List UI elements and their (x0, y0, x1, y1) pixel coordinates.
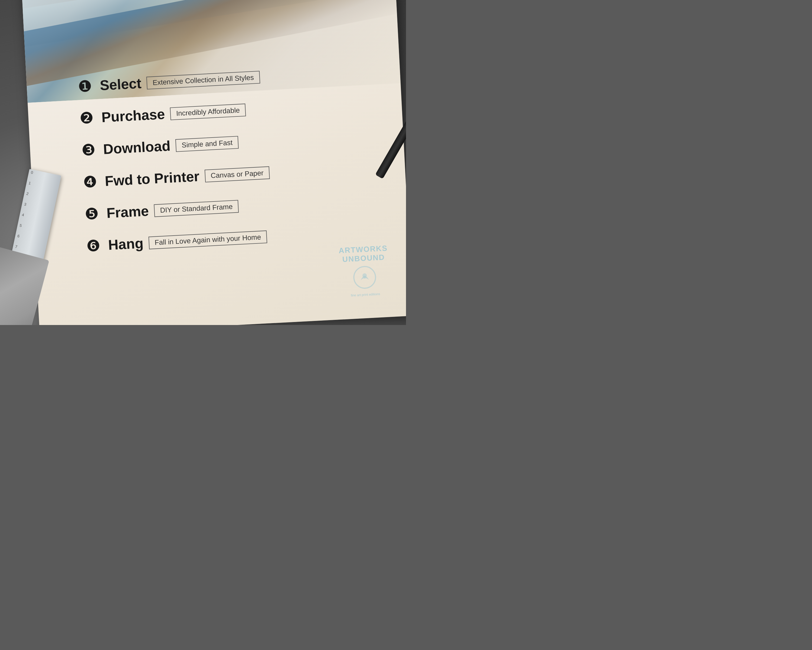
watermark: ARTWORKS UNBOUND fine art print editions (338, 243, 390, 298)
ruler-label-2: 2 (26, 191, 29, 196)
step-6-number (83, 237, 103, 254)
step-6-badge: Fall in Love Again with your Home (148, 230, 267, 249)
ruler-label-4: 4 (21, 213, 24, 217)
step-3-row: Download Simple and Fast (78, 126, 388, 159)
ruler-label-5: 5 (19, 223, 22, 228)
step-4-row: Fwd to Printer Canvas or Paper (80, 158, 389, 191)
step-4-action: Fwd to Printer (104, 168, 200, 189)
ruler-label-6: 6 (17, 234, 20, 238)
ruler-label-3: 3 (24, 202, 27, 206)
ruler-label-0: 0 (31, 170, 34, 175)
ruler-label-1: 1 (28, 180, 31, 185)
step-5-action: Frame (106, 203, 149, 221)
step-2-row: Purchase Incredibly Affordable (77, 94, 386, 127)
step-3-action: Download (103, 138, 171, 158)
step-4-badge: Canvas or Paper (205, 166, 270, 182)
step-5-number (82, 206, 102, 222)
step-6-action: Hang (108, 235, 144, 253)
ruler-label-7: 7 (15, 244, 18, 249)
watermark-subtitle: fine art print editions (341, 291, 390, 298)
step-5-row: Frame DIY or Standard Frame (82, 190, 391, 223)
step-3-number (78, 142, 98, 158)
step-2-number (77, 110, 97, 127)
paper-card: Select Extensive Collection in All Style… (21, 0, 406, 325)
step-3-badge: Simple and Fast (176, 136, 239, 151)
step-2-badge: Incredibly Affordable (170, 104, 246, 120)
watermark-logo-icon (352, 265, 378, 290)
step-1-action: Select (99, 75, 142, 93)
step-5-badge: DIY or Standard Frame (154, 200, 239, 217)
step-4-number (80, 174, 100, 190)
steps-area: Select Extensive Collection in All Style… (75, 62, 393, 270)
step-1-number (75, 78, 95, 95)
step-2-action: Purchase (101, 106, 165, 125)
